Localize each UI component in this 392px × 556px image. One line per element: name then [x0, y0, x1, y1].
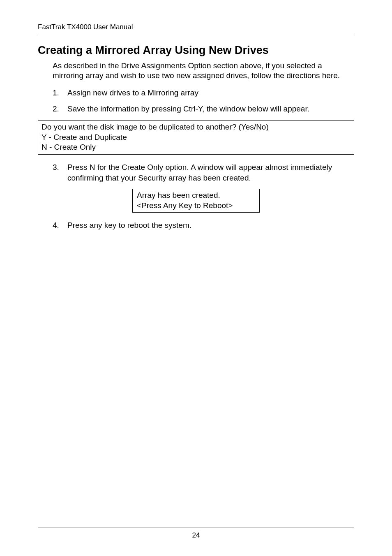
prompt-line: Y - Create and Duplicate: [42, 132, 350, 143]
step-number: 4.: [53, 220, 67, 231]
prompt-box-duplicate: Do you want the disk image to be duplica…: [38, 120, 354, 155]
intro-paragraph: As described in the Drive Assignments Op…: [53, 61, 354, 81]
confirm-line: Array has been created.: [137, 190, 255, 201]
page-number: 24: [192, 531, 200, 539]
header-underline: FastTrak TX4000 User Manual: [38, 23, 354, 34]
section-heading: Creating a Mirrored Array Using New Driv…: [38, 44, 354, 57]
step-list: 1. Assign new drives to a Mirroring arra…: [53, 88, 354, 114]
prompt-line: Do you want the disk image to be duplica…: [42, 122, 350, 132]
step-list-continued: 3. Press N for the Create Only option. A…: [53, 162, 354, 183]
step-text: Assign new drives to a Mirroring array: [67, 88, 354, 98]
step-text: Press any key to reboot the system.: [67, 220, 354, 231]
step-list-final: 4. Press any key to reboot the system.: [53, 220, 354, 231]
footer: 24: [38, 528, 354, 540]
step-text: Press N for the Create Only option. A wi…: [67, 162, 354, 183]
step-number: 2.: [53, 104, 67, 114]
confirm-line: <Press Any Key to Reboot>: [137, 201, 255, 211]
header-title: FastTrak TX4000 User Manual: [38, 23, 133, 31]
step-3: 3. Press N for the Create Only option. A…: [53, 162, 354, 183]
step-2: 2. Save the information by pressing Ctrl…: [53, 104, 354, 114]
prompt-line: N - Create Only: [42, 142, 350, 153]
step-text: Save the information by pressing Ctrl-Y,…: [67, 104, 354, 114]
step-number: 1.: [53, 88, 67, 98]
step-1: 1. Assign new drives to a Mirroring arra…: [53, 88, 354, 98]
step-4: 4. Press any key to reboot the system.: [53, 220, 354, 231]
step-number: 3.: [53, 162, 67, 173]
confirm-box-created: Array has been created. <Press Any Key t…: [132, 189, 260, 212]
